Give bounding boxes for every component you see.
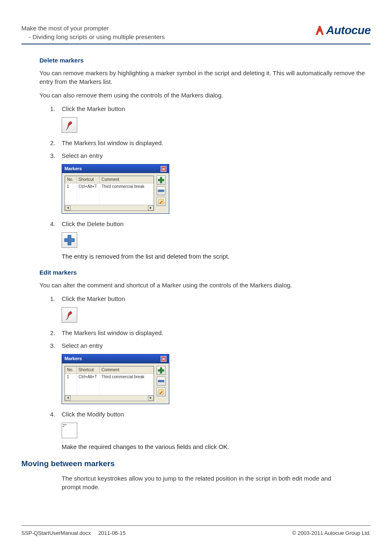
step-text: Click the Delete button — [62, 220, 371, 228]
step-number: 4. — [50, 220, 62, 228]
footer-left: SSP-QStartUserManual.docx 2011-06-15 — [21, 530, 126, 536]
scroll-right-icon[interactable]: ► — [148, 206, 154, 210]
footer-copyright: © 2003-2011 Autocue Group Ltd. — [292, 530, 371, 536]
edit-markers-title: Edit markers — [39, 268, 371, 277]
dialog-title: Markers — [65, 166, 82, 172]
logo-text: Autocue — [326, 24, 371, 37]
step-text: Click the Marker button — [62, 104, 371, 113]
markers-table[interactable]: No. Shortcut Comment 1 Ctrl+Alt+T Third … — [65, 366, 154, 395]
scroll-left-icon[interactable]: ◄ — [65, 206, 71, 210]
edit-p1: You can alter the comment and shortcut o… — [39, 281, 371, 289]
add-marker-button[interactable] — [157, 176, 166, 185]
modify-button-icon: ■■■■■■■ — [62, 423, 77, 438]
add-marker-button[interactable] — [157, 366, 166, 375]
delete-p2: You can also remove them using the contr… — [39, 91, 371, 99]
scroll-left-icon[interactable]: ◄ — [65, 395, 71, 400]
marker-button-icon — [62, 117, 77, 133]
markers-table[interactable]: No. Shortcut Comment 1 Ctrl+Alt+T Third … — [65, 176, 154, 205]
step-text: Select an entry — [62, 341, 371, 350]
step-number: 2. — [50, 139, 62, 147]
logo-mark-icon — [314, 24, 325, 37]
delete-marker-button[interactable] — [157, 186, 166, 195]
step-text: Click the Marker button — [62, 294, 371, 303]
svg-line-0 — [66, 129, 67, 130]
step-number: 3. — [50, 151, 62, 160]
step-number: 4. — [50, 410, 62, 419]
page-header: Make the most of your prompter - Dividin… — [21, 24, 165, 41]
step-text: Click the Modify button — [62, 410, 371, 419]
dialog-title: Markers — [65, 356, 82, 362]
step-text: The Markers list window is displayed. — [62, 139, 371, 147]
markers-dialog: Markers ✕ No. Shortcut Comment 1 — [62, 164, 169, 214]
modify-marker-button[interactable] — [157, 387, 166, 396]
dialog-close-icon[interactable]: ✕ — [161, 356, 166, 362]
delete-markers-title: Delete markers — [39, 56, 371, 65]
col-shortcut: Shortcut — [77, 176, 100, 183]
moving-p1: The shortcut keystrokes allow you to jum… — [39, 474, 371, 491]
markers-dialog: Markers ✕ No. Shortcut Comment 1 — [62, 354, 169, 404]
moving-section-title: Moving between markers — [21, 458, 371, 469]
footer-date: 2011-06-15 — [98, 530, 126, 536]
svg-rect-1 — [158, 190, 164, 192]
col-shortcut: Shortcut — [77, 366, 100, 373]
dialog-close-icon[interactable]: ✕ — [161, 166, 166, 172]
step-number: 1. — [50, 104, 62, 113]
step-text: The Markers list window is displayed. — [62, 328, 371, 337]
scroll-right-icon[interactable]: ► — [148, 395, 154, 400]
svg-rect-4 — [158, 380, 164, 382]
header-line-2: - Dividing long scripts or using multipl… — [21, 32, 165, 41]
col-comment: Comment — [100, 366, 154, 373]
step-number: 2. — [50, 328, 62, 337]
brand-logo: Autocue — [314, 24, 371, 37]
modify-marker-button[interactable] — [157, 197, 166, 206]
footer-filename: SSP-QStartUserManual.docx — [21, 530, 91, 536]
edit-post-text: Make the required changes to the various… — [62, 443, 229, 450]
svg-line-3 — [66, 319, 67, 320]
delete-marker-button[interactable] — [157, 377, 166, 386]
col-no: No. — [65, 366, 77, 373]
col-comment: Comment — [100, 176, 154, 183]
step-number: 1. — [50, 294, 62, 303]
table-row[interactable]: 1 Ctrl+Alt+T Third commercial break — [65, 373, 154, 380]
step-number: 3. — [50, 341, 62, 350]
delete-post-text: The entry is removed from the list and d… — [62, 253, 230, 260]
step-text: Select an entry — [62, 151, 371, 160]
table-row[interactable]: 1 Ctrl+Alt+T Third commercial break — [65, 183, 154, 190]
col-no: No. — [65, 176, 77, 183]
header-line-1: Make the most of your prompter — [21, 24, 165, 32]
delete-p1: You can remove markers by highlighting a… — [39, 69, 371, 86]
delete-button-icon — [62, 232, 77, 248]
footer-rule — [21, 525, 371, 526]
marker-button-icon — [62, 307, 77, 323]
